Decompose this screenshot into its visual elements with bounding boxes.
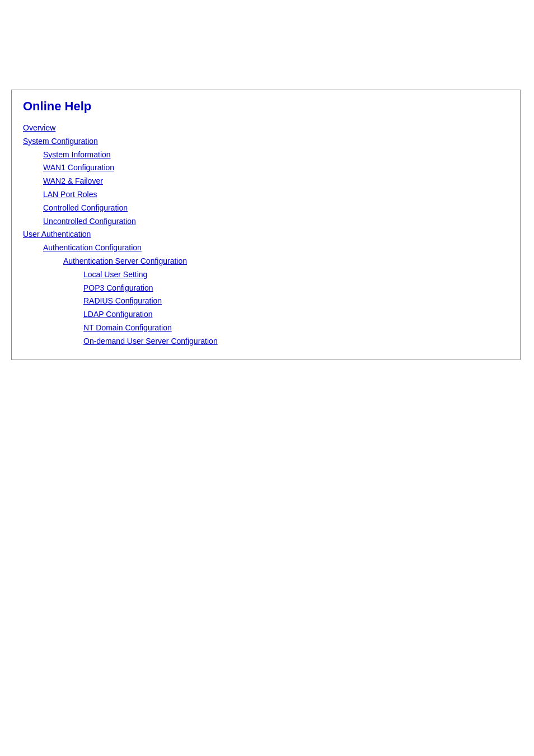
list-item: POP3 Configuration [23,282,509,295]
link-system-configuration[interactable]: System Configuration [23,137,98,146]
list-item: Uncontrolled Configuration [23,215,509,228]
list-item: On-demand User Server Configuration [23,335,509,348]
link-on-demand-user-server-configuration[interactable]: On-demand User Server Configuration [83,337,218,346]
link-radius-configuration[interactable]: RADIUS Configuration [83,296,162,305]
list-item: Authentication Server Configuration [23,255,509,268]
link-controlled-configuration[interactable]: Controlled Configuration [43,203,128,212]
link-system-information[interactable]: System Information [43,150,111,159]
link-nt-domain-configuration[interactable]: NT Domain Configuration [83,323,172,332]
list-item: LAN Port Roles [23,188,509,202]
link-authentication-configuration[interactable]: Authentication Configuration [43,243,142,252]
link-user-authentication[interactable]: User Authentication [23,230,91,239]
list-item: WAN1 Configuration [23,161,509,175]
list-item: RADIUS Configuration [23,295,509,308]
online-help-box: Online Help Overview System Configuratio… [11,90,521,360]
list-item: LDAP Configuration [23,308,509,321]
list-item: User Authentication [23,228,509,241]
nav-list: Overview System Configuration System Inf… [23,122,509,348]
list-item: Overview [23,122,509,135]
link-wan2-failover[interactable]: WAN2 & Failover [43,176,103,185]
list-item: Authentication Configuration [23,241,509,255]
list-item: Local User Setting [23,268,509,282]
link-overview[interactable]: Overview [23,123,55,132]
link-ldap-configuration[interactable]: LDAP Configuration [83,310,152,319]
list-item: System Configuration [23,135,509,148]
list-item: WAN2 & Failover [23,175,509,188]
list-item: NT Domain Configuration [23,321,509,335]
link-lan-port-roles[interactable]: LAN Port Roles [43,190,97,199]
link-pop3-configuration[interactable]: POP3 Configuration [83,283,153,292]
link-local-user-setting[interactable]: Local User Setting [83,270,147,279]
link-uncontrolled-configuration[interactable]: Uncontrolled Configuration [43,217,136,226]
page-wrapper: Online Help Overview System Configuratio… [0,0,534,371]
box-title: Online Help [23,99,509,114]
list-item: System Information [23,148,509,162]
link-wan1-configuration[interactable]: WAN1 Configuration [43,163,114,172]
list-item: Controlled Configuration [23,202,509,215]
link-authentication-server-configuration[interactable]: Authentication Server Configuration [63,256,187,265]
